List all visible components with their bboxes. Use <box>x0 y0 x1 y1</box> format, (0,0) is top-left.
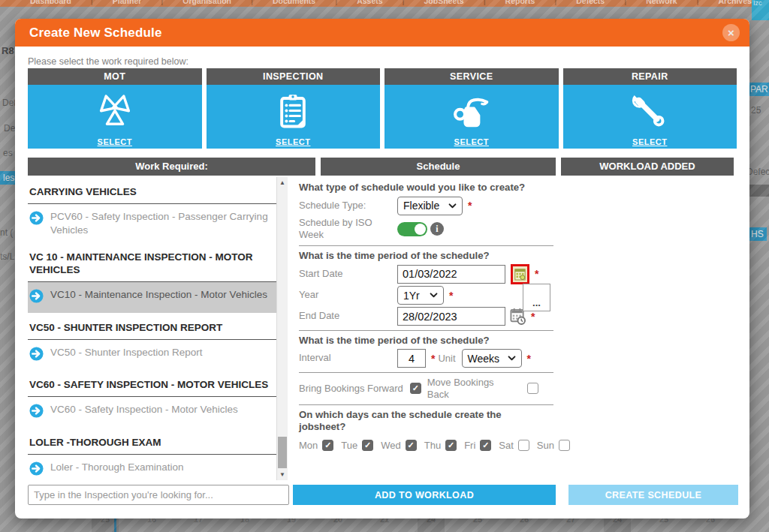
workload-added-column <box>572 179 732 482</box>
schedule-form: What type of schedule would you like to … <box>297 179 556 482</box>
work-type-tile-mot: MOT SELECT <box>28 68 202 149</box>
day-checkbox-mon[interactable] <box>322 440 333 451</box>
work-item-label: VC10 - Maintenance Inspection - Motor Ve… <box>50 288 267 302</box>
schedule-type-label: Schedule Type: <box>299 200 397 212</box>
work-list-item[interactable]: VC60 - Safety Inspection - Motor Vehicle… <box>28 397 276 428</box>
work-group-header: LOLER -THOROUGH EXAM <box>28 428 276 455</box>
scroll-up-icon[interactable] <box>277 177 288 188</box>
required-asterisk: * <box>449 290 453 302</box>
day-sun: Sun <box>537 440 570 451</box>
day-checkbox-wed[interactable] <box>406 440 417 451</box>
arrow-right-circle-icon <box>29 404 44 422</box>
work-item-label: Loler - Thorough Examination <box>50 461 184 474</box>
select-link-service[interactable]: SELECT <box>384 137 559 146</box>
move-bookings-back-checkbox[interactable] <box>527 383 538 394</box>
background-fragment: 25 <box>751 105 761 116</box>
start-date-label: Start Date <box>299 268 397 280</box>
end-date-input[interactable] <box>397 307 505 326</box>
work-list-item[interactable]: VC50 - Shunter Inspection Report <box>28 340 276 371</box>
arrow-right-circle-icon <box>29 289 44 307</box>
day-checkbox-tue[interactable] <box>362 440 373 451</box>
day-checkbox-sun[interactable] <box>559 440 570 451</box>
day-label: Thu <box>424 440 441 451</box>
start-date-calendar-icon[interactable] <box>511 264 529 284</box>
day-checkbox-thu[interactable] <box>445 440 457 451</box>
nav-item-jobsheets: JobSheets <box>405 0 484 5</box>
chevron-down-icon <box>448 203 457 209</box>
background-fragment: PAR <box>747 83 769 96</box>
day-label: Fri <box>464 440 475 451</box>
scrollbar-thumb[interactable] <box>278 437 287 468</box>
schedule-type-select[interactable]: Flexible <box>397 197 463 215</box>
close-icon[interactable]: × <box>722 24 740 41</box>
required-asterisk: * <box>468 200 472 212</box>
work-type-tile-repair: REPAIR SELECT <box>563 68 737 149</box>
create-new-schedule-dialog: Create New Schedule × Please select the … <box>15 19 749 518</box>
more-options-button[interactable]: ... <box>523 284 550 311</box>
bring-bookings-forward-label: Bring Bookings Forward <box>299 383 403 394</box>
select-link-repair[interactable]: SELECT <box>563 137 737 146</box>
create-schedule-button[interactable]: CREATE SCHEDULE <box>568 485 738 505</box>
top-nav: Dashboard|Planner|Organisation|Documents… <box>0 0 769 7</box>
background-fragment: De <box>4 123 15 134</box>
add-to-workload-button[interactable]: ADD TO WORKLOAD <box>293 485 556 505</box>
dialog-footer: ADD TO WORKLOAD CREATE SCHEDULE <box>28 485 738 505</box>
work-list-item[interactable]: Loler - Thorough Examination <box>28 455 276 480</box>
repair-tools-icon <box>563 85 737 136</box>
arrow-right-circle-icon <box>29 461 44 479</box>
list-scrollbar[interactable] <box>276 177 288 480</box>
day-checkbox-sat[interactable] <box>518 440 529 451</box>
interval-input[interactable] <box>397 349 426 368</box>
day-label: Sat <box>499 440 514 451</box>
nav-item-documents: Documents <box>253 0 335 5</box>
day-label: Mon <box>299 440 318 451</box>
question-time-period: What is the time period of the schedule? <box>299 250 556 262</box>
info-icon[interactable]: i <box>430 222 444 236</box>
question-days: On which days can the schedule create th… <box>299 409 547 433</box>
day-checkbox-fri[interactable] <box>480 440 491 451</box>
background-fragment: HS <box>748 227 767 241</box>
column-headers: Work Required: Schedule WORKLOAD ADDED <box>28 158 734 176</box>
day-fri: Fri <box>464 440 491 451</box>
work-item-label: VC60 - Safety Inspection - Motor Vehicle… <box>50 403 238 416</box>
interval-label: Interval <box>299 352 397 364</box>
day-sat: Sat <box>499 440 529 451</box>
day-tue: Tue <box>341 440 373 451</box>
work-type-title: SERVICE <box>384 68 559 85</box>
corner-badge: Izc <box>752 0 769 20</box>
unit-select[interactable]: Weeks <box>462 349 522 368</box>
year-select[interactable]: 1Yr <box>397 286 444 305</box>
required-asterisk: * <box>531 311 535 323</box>
nav-item-organisation: Organisation <box>163 0 251 5</box>
move-bookings-back-label: Move Bookings Back <box>427 377 511 400</box>
top-nav-items: Dashboard|Planner|Organisation|Documents… <box>11 0 769 5</box>
bring-bookings-forward-checkbox[interactable] <box>410 383 421 394</box>
work-item-label: VC50 - Shunter Inspection Report <box>50 346 203 359</box>
iso-week-label: Schedule by ISO Week <box>299 217 397 242</box>
work-list-item[interactable]: PCV60 - Safety Inspection - Passenger Ca… <box>28 204 276 242</box>
divider <box>299 404 553 405</box>
start-date-input[interactable] <box>397 265 505 284</box>
work-type-title: INSPECTION <box>207 68 381 85</box>
scroll-down-icon[interactable] <box>277 469 288 480</box>
work-list-items: CARRYING VEHICLESPCV60 - Safety Inspecti… <box>28 177 276 480</box>
arrow-right-circle-icon <box>29 211 44 229</box>
chevron-down-icon <box>430 293 438 298</box>
day-thu: Thu <box>424 440 457 451</box>
chevron-down-icon <box>508 356 516 361</box>
day-label: Wed <box>381 440 401 451</box>
work-group-header: CARRYING VEHICLES <box>28 177 276 204</box>
day-label: Tue <box>341 440 357 451</box>
select-link-mot[interactable]: SELECT <box>28 137 202 146</box>
inspection-clipboard-icon <box>207 85 381 136</box>
iso-week-toggle[interactable] <box>397 222 427 236</box>
inspection-search-input[interactable] <box>28 485 289 505</box>
background-fragment: es <box>3 148 13 158</box>
background-bar <box>749 185 769 197</box>
background-fragment: Defec <box>746 167 769 177</box>
nav-item-planner: Planner <box>93 0 161 5</box>
nav-item-dashboard: Dashboard <box>11 0 91 5</box>
divider <box>299 372 553 373</box>
work-list-item-selected[interactable]: VC10 - Maintenance Inspection - Motor Ve… <box>28 282 276 313</box>
select-link-inspection[interactable]: SELECT <box>207 137 381 146</box>
